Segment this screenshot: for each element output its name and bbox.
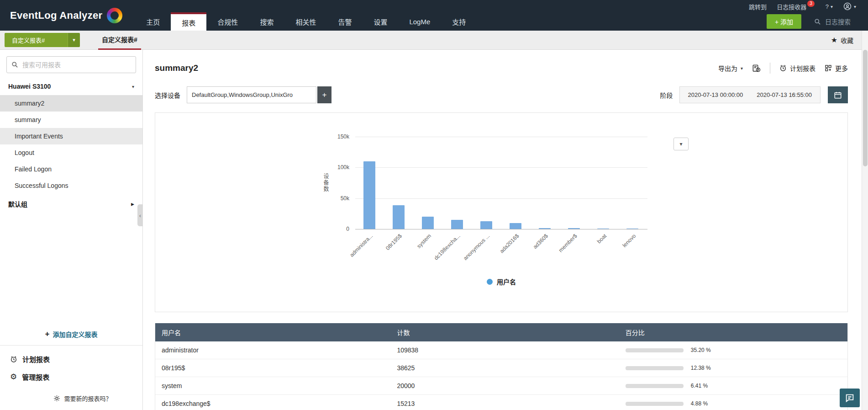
subheader-bar: 自定义报表# ▾ 自定义报表# ★ 收藏 — [0, 31, 868, 50]
chat-button[interactable] — [840, 389, 860, 407]
device-select-input[interactable] — [187, 86, 316, 103]
help-menu[interactable]: ? ▾ — [826, 3, 833, 10]
scrollbar-thumb[interactable] — [863, 50, 868, 166]
sidebar-item-important-events[interactable]: Important Events — [0, 128, 142, 144]
sidebar-item-summary2[interactable]: summary2 — [0, 95, 142, 112]
table-row[interactable]: 08r195$ 38625 12.38 % — [155, 359, 847, 377]
schedule-report-button[interactable]: 计划报表 — [779, 64, 815, 73]
nav-tab-support[interactable]: 支持 — [441, 12, 477, 31]
table-row[interactable]: administrator 109838 35.20 % — [155, 341, 847, 359]
tab-custom-reports[interactable]: 自定义报表# — [98, 31, 141, 50]
brand-swirl-icon — [107, 8, 122, 23]
export-as-dropdown[interactable]: 导出为 ▾ — [718, 64, 743, 73]
nav-tab-search[interactable]: 搜索 — [249, 12, 284, 31]
sun-icon — [53, 395, 60, 402]
report-history-button[interactable] — [752, 64, 761, 73]
bar[interactable]: dc198excha... — [451, 220, 463, 229]
percent-value: 35.20 % — [691, 347, 711, 353]
y-axis-label: 设备数 — [322, 173, 330, 192]
add-device-button[interactable]: + — [317, 86, 331, 103]
add-button[interactable]: + 添加 — [767, 14, 801, 29]
x-tick-label: boat — [595, 233, 607, 245]
x-tick-label: administra... — [348, 233, 374, 258]
sidebar-item-logout[interactable]: Logout — [0, 144, 142, 161]
nav-tab-correlation[interactable]: 相关性 — [284, 12, 327, 31]
favorite-button[interactable]: ★ 收藏 — [831, 36, 853, 45]
percent-bar-track — [626, 348, 684, 352]
add-custom-report-link[interactable]: + 添加自定义报表 — [0, 325, 142, 343]
default-group-header[interactable]: 默认组 ▸ — [0, 194, 142, 214]
nav-tab-reports[interactable]: 报表 — [171, 12, 206, 31]
gridline — [355, 137, 647, 137]
user-avatar-icon — [843, 2, 852, 11]
x-tick-label: ada2016$ — [498, 233, 520, 255]
log-receiver-link[interactable]: 日志接收器 3 — [777, 2, 815, 11]
bar[interactable]: administra... — [363, 161, 375, 229]
chart-legend[interactable]: 用户名 — [355, 277, 647, 286]
cell-percent: 12.38 % — [619, 365, 847, 371]
device-group-label: Huawei S3100 — [8, 83, 51, 90]
sidebar-divider — [0, 345, 142, 346]
report-search-input[interactable] — [22, 61, 131, 69]
nav-tab-settings[interactable]: 设置 — [363, 12, 398, 31]
bar[interactable]: 08r195$ — [393, 205, 405, 229]
table-row[interactable]: dc198exchange$ 15213 4.88 % — [155, 395, 847, 410]
bar[interactable]: ad360$ — [539, 228, 551, 229]
bar-chart: 设备数 150k 100k 50k 0 administra...08r195$… — [355, 137, 647, 229]
report-data-table: 用户名 计数 百分比 administrator 109838 35.20 % … — [155, 323, 848, 410]
cell-percent: 4.88 % — [619, 400, 847, 407]
bar[interactable]: ada2016$ — [510, 223, 521, 229]
sidebar-item-summary[interactable]: summary — [0, 112, 142, 128]
nav-tab-home[interactable]: 主页 — [135, 12, 171, 31]
cell-percent: 6.41 % — [619, 383, 847, 389]
device-group-header[interactable]: Huawei S3100 ▾ — [0, 78, 142, 95]
nav-tab-compliance[interactable]: 合规性 — [206, 12, 249, 31]
bar[interactable]: lenovo — [626, 229, 638, 229]
x-axis-line — [355, 229, 647, 229]
report-toolbar: 导出为 ▾ 计划报表 — [718, 63, 848, 74]
sidebar-collapse-handle[interactable]: ‹ — [137, 204, 143, 226]
y-tick-label: 100k — [337, 164, 349, 170]
need-new-reports-link[interactable]: 需要新的报表吗？ — [0, 386, 142, 410]
filter-row: 选择设备 + 阶段 2020-07-13 00:00:00 2020-07-13… — [155, 86, 848, 103]
favorite-label: 收藏 — [841, 36, 853, 45]
y-tick-label: 0 — [346, 226, 349, 232]
cell-username: administrator — [155, 346, 390, 354]
more-button[interactable]: 更多 — [825, 64, 848, 73]
cell-username: system — [155, 382, 390, 389]
bar[interactable]: system — [422, 217, 434, 229]
date-range-display[interactable]: 2020-07-13 00:00:00 2020-07-13 16:55:00 — [679, 86, 821, 103]
y-tick-label: 150k — [337, 133, 349, 140]
log-search-button[interactable]: 日志搜索 — [809, 15, 856, 28]
app-title: EventLog Analyzer — [10, 10, 102, 21]
bar[interactable]: boat — [597, 229, 609, 229]
table-row[interactable]: system 20000 6.41 % — [155, 377, 847, 395]
chevron-down-icon: ▾ — [854, 4, 856, 9]
bar[interactable]: member$ — [568, 228, 580, 229]
jump-to-link[interactable]: 跳转到 — [749, 2, 767, 11]
nav-tab-logme[interactable]: LogMe — [398, 12, 441, 31]
scheduled-reports-link[interactable]: 计划报表 — [0, 350, 142, 368]
nav-tab-alerts[interactable]: 告警 — [327, 12, 363, 31]
x-tick-label: dc198excha... — [433, 233, 462, 261]
gear-icon: ⚙ — [10, 373, 17, 381]
star-icon: ★ — [831, 36, 837, 44]
bar[interactable]: anonymous ... — [480, 221, 492, 229]
column-header-percent: 百分比 — [619, 328, 847, 337]
manage-reports-link[interactable]: ⚙ 管理报表 — [0, 368, 142, 386]
log-search-label: 日志搜索 — [825, 17, 851, 26]
toolbar-divider — [770, 63, 770, 74]
sidebar-item-failed-logon[interactable]: Failed Logon — [0, 161, 142, 177]
calendar-button[interactable] — [828, 86, 848, 103]
chart-options-button[interactable]: ▾ — [673, 138, 689, 150]
sidebar-item-successful-logons[interactable]: Successful Logons — [0, 177, 142, 194]
app-logo[interactable]: EventLog Analyzer — [0, 0, 132, 31]
log-receiver-label: 日志接收器 — [777, 2, 806, 11]
date-to-value: 2020-07-13 16:55:00 — [757, 91, 812, 98]
report-type-dropdown[interactable]: 自定义报表# ▾ — [5, 33, 80, 47]
alarm-clock-icon — [10, 356, 17, 363]
chart-bars: administra...08r195$systemdc198excha...a… — [363, 161, 638, 229]
user-menu[interactable]: ▾ — [843, 2, 856, 11]
grid-plus-icon — [825, 64, 832, 72]
page-scrollbar[interactable] — [862, 31, 868, 410]
